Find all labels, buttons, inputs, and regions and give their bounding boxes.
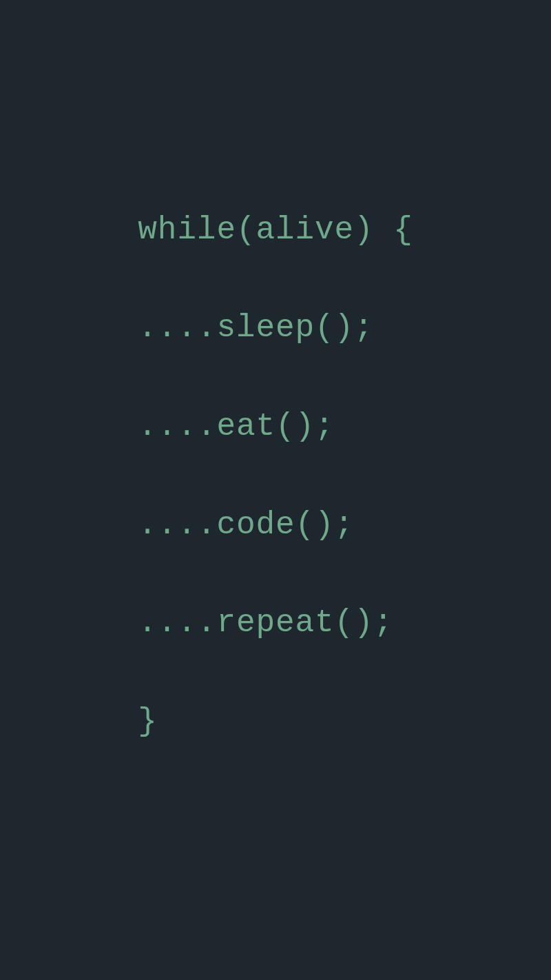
code-line-while: while(alive) { xyxy=(138,206,413,255)
code-snippet: while(alive) { ....sleep(); ....eat(); .… xyxy=(138,157,413,796)
code-line-eat: ....eat(); xyxy=(138,402,413,451)
code-line-close: } xyxy=(138,697,413,746)
code-line-repeat: ....repeat(); xyxy=(138,599,413,648)
code-line-code: ....code(); xyxy=(138,501,413,550)
code-line-sleep: ....sleep(); xyxy=(138,304,413,353)
